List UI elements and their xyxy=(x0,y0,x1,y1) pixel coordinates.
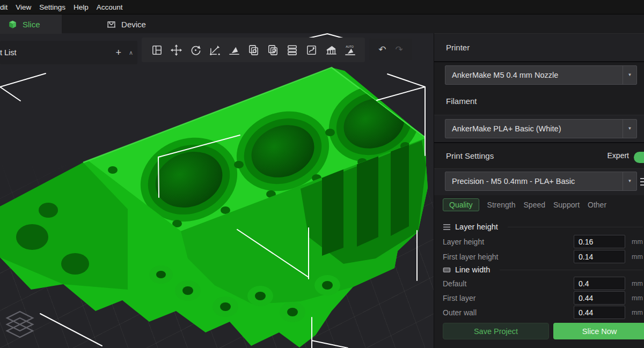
menu-settings[interactable]: Settings xyxy=(39,3,65,11)
printer-label: Printer xyxy=(446,43,470,52)
chevron-down-icon[interactable] xyxy=(623,172,636,190)
ankermake-studio-window: Object List AUTO Edit View Settings xyxy=(0,0,644,348)
layer-height-section-header: Layer height xyxy=(443,221,644,233)
menu-view[interactable]: View xyxy=(16,3,31,11)
row-label: First layer height xyxy=(443,250,498,264)
menu-account[interactable]: Account xyxy=(97,3,123,11)
preset-select[interactable]: Precision - M5 0.4mm - PLA+ Basic xyxy=(445,172,637,191)
redo-icon[interactable] xyxy=(396,44,403,55)
undo-redo-bar xyxy=(369,39,412,60)
device-printer-icon xyxy=(106,19,116,29)
settings-tabs: Quality Strength Speed Support Other xyxy=(443,198,606,211)
unit-label: mm xyxy=(632,235,643,249)
tab-bar: Slice Device xyxy=(0,14,644,33)
unit-label: mm or % xyxy=(632,306,644,320)
settings-panel: Printer AnkerMake M5 0.4 mm Nozzle Filam… xyxy=(434,33,644,348)
filament-label: Filament xyxy=(446,97,477,106)
slice-now-button[interactable]: Slice Now xyxy=(553,323,644,339)
line-width-first-layer-input[interactable] xyxy=(574,291,625,305)
filament-select[interactable]: AnkerMake PLA+ Basic (White) xyxy=(445,119,637,138)
filament-select-value: AnkerMake PLA+ Basic (White) xyxy=(452,124,561,133)
line-width-icon xyxy=(443,266,451,273)
tab-slice[interactable]: Slice xyxy=(0,14,62,34)
tab-speed[interactable]: Speed xyxy=(524,201,545,209)
row-label: Outer wall xyxy=(443,306,477,320)
menu-edit[interactable]: Edit xyxy=(0,3,8,11)
menu-help[interactable]: Help xyxy=(74,3,89,11)
slice-cube-icon xyxy=(8,19,18,29)
expert-label: Expert xyxy=(608,151,629,160)
scale-icon[interactable] xyxy=(208,43,221,56)
row-label: Default xyxy=(443,277,466,291)
chevron-down-icon[interactable] xyxy=(623,120,636,138)
unit-label: mm or % xyxy=(632,291,644,305)
svg-text:AUTO: AUTO xyxy=(346,45,354,48)
split-icon[interactable] xyxy=(286,43,298,56)
line-width-outer-wall-input[interactable] xyxy=(574,306,625,319)
rotate-icon[interactable] xyxy=(189,43,202,56)
row-label: First layer xyxy=(443,291,475,305)
layer-height-icon xyxy=(443,224,451,231)
tab-quality[interactable]: Quality xyxy=(443,198,479,211)
layer-height-input[interactable] xyxy=(574,235,625,248)
arrange-icon[interactable] xyxy=(150,43,163,56)
preset-list-icon[interactable] xyxy=(640,176,644,187)
copy-icon[interactable] xyxy=(247,43,260,56)
preset-select-value: Precision - M5 0.4mm - PLA+ Basic xyxy=(452,177,575,186)
viewport-toolbar: AUTO xyxy=(142,38,365,62)
undo-icon[interactable] xyxy=(378,44,386,55)
seam-icon[interactable] xyxy=(305,43,318,56)
tab-other[interactable]: Other xyxy=(588,201,606,209)
line-width-section-header: Line width xyxy=(443,264,644,276)
print-settings-label: Print Settings xyxy=(446,151,494,160)
tab-strength[interactable]: Strength xyxy=(487,201,516,209)
printer-select-value: AnkerMake M5 0.4 mm Nozzle xyxy=(452,71,558,79)
line-width-default-input[interactable] xyxy=(574,277,625,290)
layers-watermark-icon xyxy=(7,312,33,337)
viewport-3d[interactable]: Object List AUTO xyxy=(0,33,434,348)
menu-bar: Edit View Settings Help Account xyxy=(0,0,644,14)
support-icon[interactable] xyxy=(324,43,337,56)
collapse-chevron-icon[interactable] xyxy=(129,49,133,56)
paste-icon[interactable] xyxy=(266,43,279,56)
expert-toggle[interactable] xyxy=(634,152,644,163)
save-project-button[interactable]: Save Project xyxy=(443,323,549,339)
row-label: Layer height xyxy=(443,235,484,249)
chevron-down-icon[interactable] xyxy=(623,66,636,84)
move-icon[interactable] xyxy=(170,43,182,56)
lay-flat-icon[interactable] xyxy=(228,43,240,56)
object-list-panel[interactable]: Object List xyxy=(0,41,137,64)
add-object-icon[interactable] xyxy=(115,48,121,57)
auto-support-icon[interactable]: AUTO xyxy=(343,43,356,56)
tab-support[interactable]: Support xyxy=(553,201,580,209)
tab-slice-label: Slice xyxy=(23,20,40,29)
object-list-title: Object List xyxy=(0,48,17,57)
printer-select[interactable]: AnkerMake M5 0.4 mm Nozzle xyxy=(445,65,637,85)
engine-block-model[interactable] xyxy=(0,33,434,348)
unit-label: mm xyxy=(632,250,643,264)
tab-device-label: Device xyxy=(121,20,146,29)
tab-device[interactable]: Device xyxy=(62,14,191,34)
unit-label: mm or % xyxy=(632,277,644,291)
first-layer-height-input[interactable] xyxy=(574,250,625,263)
